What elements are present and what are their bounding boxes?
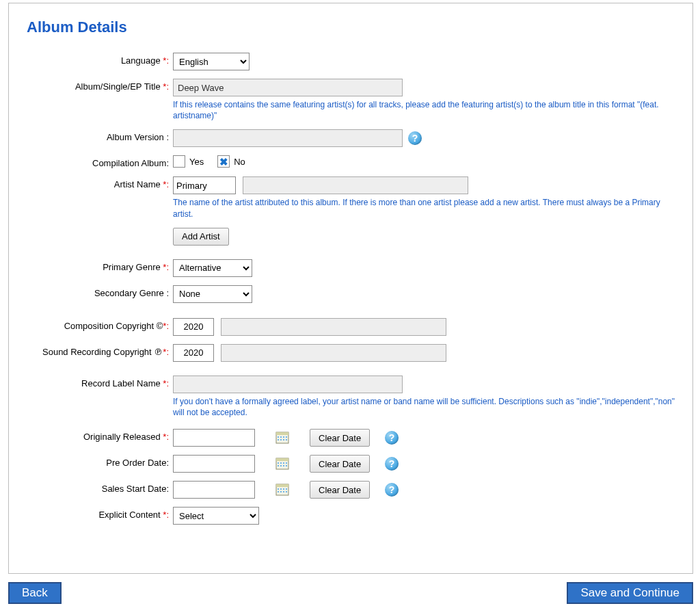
explicit-content-select[interactable]: Select [173,507,259,525]
album-title-field[interactable]: Deep Wave [173,79,403,96]
album-title-help: If this release contains the same featur… [173,99,679,121]
clear-date-button-2[interactable]: Clear Date [310,455,370,473]
svg-rect-17 [280,465,282,466]
artist-name-label: Artist Name *: [23,176,173,189]
artist-role-input[interactable] [173,176,236,194]
explicit-content-label: Explicit Content *: [23,507,173,520]
album-details-panel: Album Details Language *: English Album/… [8,3,693,574]
svg-rect-2 [278,436,279,438]
artist-name-field[interactable] [243,176,468,194]
record-label-label: Record Label Name *: [23,376,173,388]
svg-rect-19 [286,465,287,466]
sound-copyright-label: Sound Recording Copyright ℗*: [23,344,173,357]
yes-label: Yes [189,157,204,167]
record-label-field[interactable] [173,376,403,393]
svg-rect-5 [286,436,287,438]
primary-genre-label: Primary Genre *: [23,259,173,272]
compilation-no-checkbox[interactable] [217,155,230,168]
svg-rect-26 [278,491,279,492]
page-title: Album Details [27,18,679,36]
svg-rect-11 [276,458,288,461]
artist-name-help: The name of the artist attributed to thi… [173,197,679,219]
svg-rect-3 [280,436,282,438]
svg-rect-4 [283,436,284,438]
svg-rect-9 [286,439,287,440]
svg-rect-21 [276,484,288,487]
secondary-genre-label: Secondary Genre : [23,285,173,298]
compilation-label: Compilation Album: [23,155,173,168]
no-label: No [234,157,245,167]
add-artist-button[interactable]: Add Artist [173,228,229,246]
svg-rect-7 [280,439,282,440]
album-title-label: Album/Single/EP Title *: [23,79,173,92]
primary-genre-select[interactable]: Alternative [173,259,252,277]
clear-date-button-3[interactable]: Clear Date [310,481,370,499]
album-version-label: Album Version : [23,129,173,142]
composition-copyright-label: Composition Copyright ©*: [23,318,173,331]
sound-year-input[interactable] [173,344,214,362]
sound-owner-field[interactable] [221,344,446,362]
svg-rect-25 [286,488,287,490]
pre-order-help-icon[interactable]: ? [385,457,399,471]
svg-rect-28 [283,491,284,492]
originally-released-input[interactable] [173,429,255,447]
svg-rect-6 [278,439,279,440]
svg-rect-24 [283,488,284,490]
svg-rect-29 [286,491,287,492]
calendar-icon[interactable] [275,458,289,470]
calendar-icon[interactable] [275,432,289,444]
svg-rect-13 [280,462,282,464]
svg-rect-12 [278,462,279,464]
svg-rect-27 [280,491,282,492]
language-select[interactable]: English [173,53,250,70]
svg-rect-22 [278,488,279,490]
svg-rect-1 [276,432,288,435]
sales-start-label: Sales Start Date: [23,481,173,494]
save-continue-button[interactable]: Save and Continue [567,582,693,604]
svg-rect-16 [278,465,279,466]
language-label: Language *: [23,53,173,66]
svg-rect-23 [280,488,282,490]
originally-released-help-icon[interactable]: ? [385,431,399,445]
svg-rect-8 [283,439,284,440]
record-label-help: If you don't have a formally agreed labe… [173,396,679,418]
back-button[interactable]: Back [8,582,62,604]
album-version-help-icon[interactable]: ? [408,131,422,145]
composition-owner-field[interactable] [221,318,446,336]
svg-rect-15 [286,462,287,464]
svg-rect-18 [283,465,284,466]
pre-order-input[interactable] [173,455,255,473]
sales-start-input[interactable] [173,481,255,499]
sales-start-help-icon[interactable]: ? [385,483,399,497]
composition-year-input[interactable] [173,318,214,336]
originally-released-label: Originally Released *: [23,429,173,442]
pre-order-label: Pre Order Date: [23,455,173,468]
compilation-yes-checkbox[interactable] [173,155,185,168]
album-version-field[interactable] [173,129,403,147]
secondary-genre-select[interactable]: None [173,285,252,303]
clear-date-button-1[interactable]: Clear Date [310,429,370,447]
calendar-icon[interactable] [275,484,289,496]
svg-rect-14 [283,462,284,464]
